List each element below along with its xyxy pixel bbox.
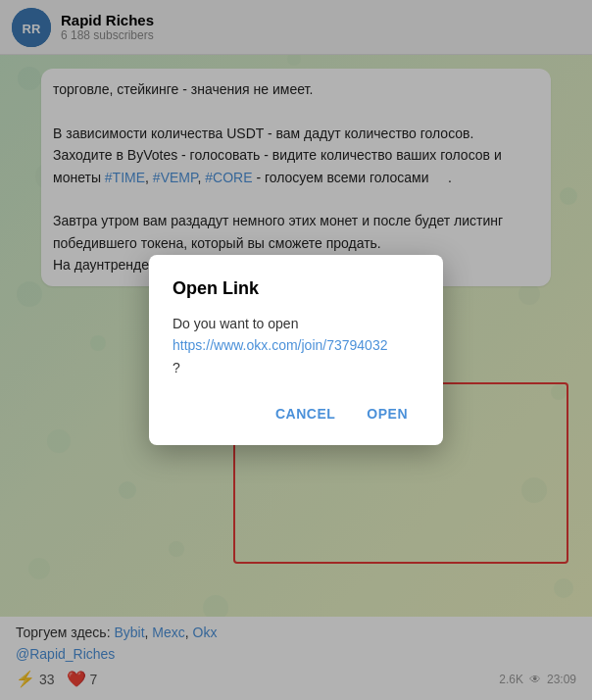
open-button[interactable]: OPEN bbox=[355, 398, 419, 429]
dialog-question: ? bbox=[173, 360, 180, 375]
dialog-body: Do you want to open https://www.okx.com/… bbox=[173, 313, 419, 378]
overlay: Open Link Do you want to open https://ww… bbox=[0, 0, 592, 700]
dialog-body-text: Do you want to open bbox=[173, 316, 298, 331]
dialog-buttons: CANCEL OPEN bbox=[173, 398, 419, 429]
dialog-title: Open Link bbox=[173, 278, 419, 299]
cancel-button[interactable]: CANCEL bbox=[264, 398, 347, 429]
open-link-dialog: Open Link Do you want to open https://ww… bbox=[149, 255, 443, 445]
dialog-link[interactable]: https://www.okx.com/join/73794032 bbox=[173, 337, 387, 353]
